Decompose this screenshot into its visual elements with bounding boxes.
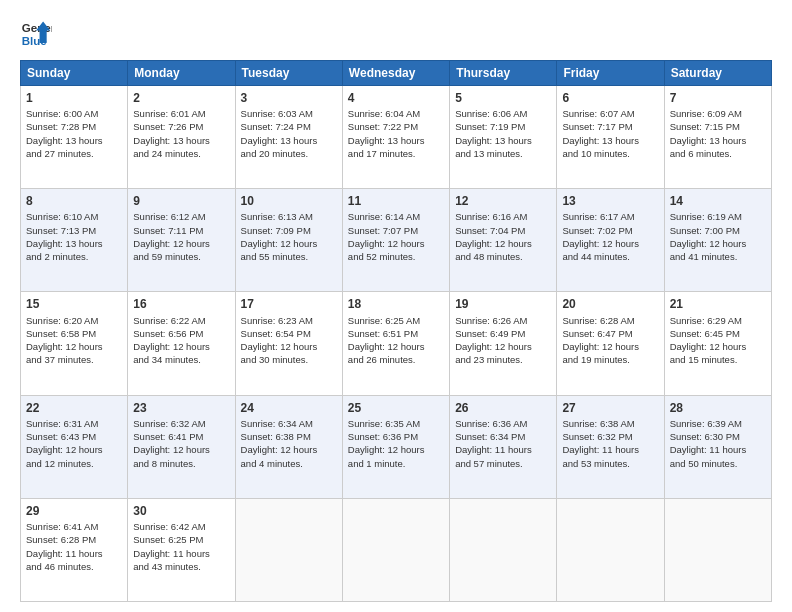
day-number: 23 xyxy=(133,400,229,416)
day-number: 9 xyxy=(133,193,229,209)
calendar-cell: 20Sunrise: 6:28 AMSunset: 6:47 PMDayligh… xyxy=(557,292,664,395)
calendar-cell: 19Sunrise: 6:26 AMSunset: 6:49 PMDayligh… xyxy=(450,292,557,395)
calendar-cell: 12Sunrise: 6:16 AMSunset: 7:04 PMDayligh… xyxy=(450,189,557,292)
day-info: Sunrise: 6:39 AMSunset: 6:30 PMDaylight:… xyxy=(670,417,766,470)
calendar-cell: 2Sunrise: 6:01 AMSunset: 7:26 PMDaylight… xyxy=(128,86,235,189)
dow-header-friday: Friday xyxy=(557,61,664,86)
dow-header-thursday: Thursday xyxy=(450,61,557,86)
day-number: 1 xyxy=(26,90,122,106)
logo-icon: General Blue xyxy=(20,18,52,50)
day-number: 4 xyxy=(348,90,444,106)
day-info: Sunrise: 6:26 AMSunset: 6:49 PMDaylight:… xyxy=(455,314,551,367)
calendar-cell: 5Sunrise: 6:06 AMSunset: 7:19 PMDaylight… xyxy=(450,86,557,189)
day-info: Sunrise: 6:36 AMSunset: 6:34 PMDaylight:… xyxy=(455,417,551,470)
calendar-cell xyxy=(342,498,449,601)
week-row-5: 29Sunrise: 6:41 AMSunset: 6:28 PMDayligh… xyxy=(21,498,772,601)
day-info: Sunrise: 6:31 AMSunset: 6:43 PMDaylight:… xyxy=(26,417,122,470)
day-of-week-header-row: SundayMondayTuesdayWednesdayThursdayFrid… xyxy=(21,61,772,86)
day-number: 14 xyxy=(670,193,766,209)
calendar-cell: 1Sunrise: 6:00 AMSunset: 7:28 PMDaylight… xyxy=(21,86,128,189)
calendar-table: SundayMondayTuesdayWednesdayThursdayFrid… xyxy=(20,60,772,602)
calendar-cell: 3Sunrise: 6:03 AMSunset: 7:24 PMDaylight… xyxy=(235,86,342,189)
day-info: Sunrise: 6:07 AMSunset: 7:17 PMDaylight:… xyxy=(562,107,658,160)
calendar-cell: 26Sunrise: 6:36 AMSunset: 6:34 PMDayligh… xyxy=(450,395,557,498)
calendar-cell: 13Sunrise: 6:17 AMSunset: 7:02 PMDayligh… xyxy=(557,189,664,292)
day-number: 17 xyxy=(241,296,337,312)
day-info: Sunrise: 6:12 AMSunset: 7:11 PMDaylight:… xyxy=(133,210,229,263)
calendar-cell: 28Sunrise: 6:39 AMSunset: 6:30 PMDayligh… xyxy=(664,395,771,498)
day-number: 13 xyxy=(562,193,658,209)
calendar-cell: 11Sunrise: 6:14 AMSunset: 7:07 PMDayligh… xyxy=(342,189,449,292)
day-info: Sunrise: 6:01 AMSunset: 7:26 PMDaylight:… xyxy=(133,107,229,160)
day-info: Sunrise: 6:41 AMSunset: 6:28 PMDaylight:… xyxy=(26,520,122,573)
day-info: Sunrise: 6:34 AMSunset: 6:38 PMDaylight:… xyxy=(241,417,337,470)
day-info: Sunrise: 6:09 AMSunset: 7:15 PMDaylight:… xyxy=(670,107,766,160)
day-number: 19 xyxy=(455,296,551,312)
dow-header-saturday: Saturday xyxy=(664,61,771,86)
day-info: Sunrise: 6:25 AMSunset: 6:51 PMDaylight:… xyxy=(348,314,444,367)
week-row-1: 1Sunrise: 6:00 AMSunset: 7:28 PMDaylight… xyxy=(21,86,772,189)
day-number: 26 xyxy=(455,400,551,416)
day-number: 18 xyxy=(348,296,444,312)
calendar-cell: 7Sunrise: 6:09 AMSunset: 7:15 PMDaylight… xyxy=(664,86,771,189)
day-number: 16 xyxy=(133,296,229,312)
week-row-2: 8Sunrise: 6:10 AMSunset: 7:13 PMDaylight… xyxy=(21,189,772,292)
day-info: Sunrise: 6:29 AMSunset: 6:45 PMDaylight:… xyxy=(670,314,766,367)
day-number: 21 xyxy=(670,296,766,312)
calendar-cell xyxy=(450,498,557,601)
calendar-cell: 4Sunrise: 6:04 AMSunset: 7:22 PMDaylight… xyxy=(342,86,449,189)
calendar-cell: 29Sunrise: 6:41 AMSunset: 6:28 PMDayligh… xyxy=(21,498,128,601)
day-number: 30 xyxy=(133,503,229,519)
day-info: Sunrise: 6:10 AMSunset: 7:13 PMDaylight:… xyxy=(26,210,122,263)
day-info: Sunrise: 6:22 AMSunset: 6:56 PMDaylight:… xyxy=(133,314,229,367)
day-number: 27 xyxy=(562,400,658,416)
day-number: 25 xyxy=(348,400,444,416)
calendar-cell: 27Sunrise: 6:38 AMSunset: 6:32 PMDayligh… xyxy=(557,395,664,498)
day-number: 12 xyxy=(455,193,551,209)
calendar-cell: 30Sunrise: 6:42 AMSunset: 6:25 PMDayligh… xyxy=(128,498,235,601)
day-number: 20 xyxy=(562,296,658,312)
day-info: Sunrise: 6:20 AMSunset: 6:58 PMDaylight:… xyxy=(26,314,122,367)
day-number: 15 xyxy=(26,296,122,312)
day-info: Sunrise: 6:42 AMSunset: 6:25 PMDaylight:… xyxy=(133,520,229,573)
day-info: Sunrise: 6:06 AMSunset: 7:19 PMDaylight:… xyxy=(455,107,551,160)
day-info: Sunrise: 6:14 AMSunset: 7:07 PMDaylight:… xyxy=(348,210,444,263)
logo: General Blue xyxy=(20,18,52,50)
day-info: Sunrise: 6:17 AMSunset: 7:02 PMDaylight:… xyxy=(562,210,658,263)
calendar-cell: 8Sunrise: 6:10 AMSunset: 7:13 PMDaylight… xyxy=(21,189,128,292)
calendar-cell: 10Sunrise: 6:13 AMSunset: 7:09 PMDayligh… xyxy=(235,189,342,292)
day-info: Sunrise: 6:28 AMSunset: 6:47 PMDaylight:… xyxy=(562,314,658,367)
week-row-4: 22Sunrise: 6:31 AMSunset: 6:43 PMDayligh… xyxy=(21,395,772,498)
day-info: Sunrise: 6:19 AMSunset: 7:00 PMDaylight:… xyxy=(670,210,766,263)
day-info: Sunrise: 6:16 AMSunset: 7:04 PMDaylight:… xyxy=(455,210,551,263)
day-info: Sunrise: 6:04 AMSunset: 7:22 PMDaylight:… xyxy=(348,107,444,160)
day-info: Sunrise: 6:38 AMSunset: 6:32 PMDaylight:… xyxy=(562,417,658,470)
calendar-cell: 17Sunrise: 6:23 AMSunset: 6:54 PMDayligh… xyxy=(235,292,342,395)
day-info: Sunrise: 6:00 AMSunset: 7:28 PMDaylight:… xyxy=(26,107,122,160)
calendar-cell: 16Sunrise: 6:22 AMSunset: 6:56 PMDayligh… xyxy=(128,292,235,395)
dow-header-monday: Monday xyxy=(128,61,235,86)
calendar-cell: 15Sunrise: 6:20 AMSunset: 6:58 PMDayligh… xyxy=(21,292,128,395)
calendar-cell xyxy=(664,498,771,601)
day-number: 24 xyxy=(241,400,337,416)
calendar-cell: 21Sunrise: 6:29 AMSunset: 6:45 PMDayligh… xyxy=(664,292,771,395)
day-number: 28 xyxy=(670,400,766,416)
day-number: 22 xyxy=(26,400,122,416)
calendar-cell: 9Sunrise: 6:12 AMSunset: 7:11 PMDaylight… xyxy=(128,189,235,292)
calendar-cell xyxy=(557,498,664,601)
calendar-cell: 24Sunrise: 6:34 AMSunset: 6:38 PMDayligh… xyxy=(235,395,342,498)
calendar-cell: 22Sunrise: 6:31 AMSunset: 6:43 PMDayligh… xyxy=(21,395,128,498)
day-info: Sunrise: 6:13 AMSunset: 7:09 PMDaylight:… xyxy=(241,210,337,263)
day-number: 11 xyxy=(348,193,444,209)
day-number: 2 xyxy=(133,90,229,106)
calendar-cell xyxy=(235,498,342,601)
calendar-cell: 18Sunrise: 6:25 AMSunset: 6:51 PMDayligh… xyxy=(342,292,449,395)
dow-header-tuesday: Tuesday xyxy=(235,61,342,86)
day-number: 8 xyxy=(26,193,122,209)
day-number: 3 xyxy=(241,90,337,106)
day-info: Sunrise: 6:23 AMSunset: 6:54 PMDaylight:… xyxy=(241,314,337,367)
day-info: Sunrise: 6:35 AMSunset: 6:36 PMDaylight:… xyxy=(348,417,444,470)
day-number: 5 xyxy=(455,90,551,106)
calendar-cell: 25Sunrise: 6:35 AMSunset: 6:36 PMDayligh… xyxy=(342,395,449,498)
day-number: 7 xyxy=(670,90,766,106)
